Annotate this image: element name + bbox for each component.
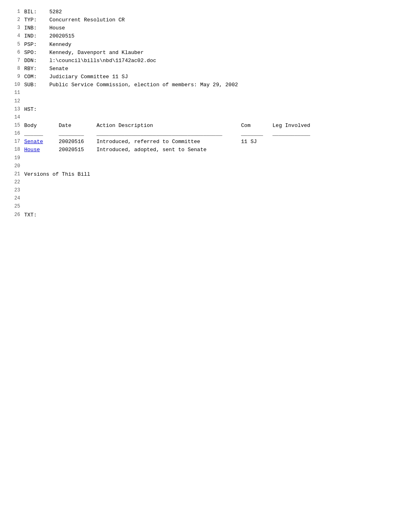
line-10: 10 SUB: Public Service Commission, elect… — [12, 81, 399, 89]
line-18: 18 House 20020515 Introduced, adopted, s… — [12, 146, 399, 154]
line-content-3: INB: House — [24, 24, 399, 32]
line-20: 20 — [12, 162, 399, 170]
line-25: 25 — [12, 203, 399, 211]
line-3: 3 INB: House — [12, 24, 399, 32]
table-separator: ______ ________ ________________________… — [24, 130, 399, 138]
line-num-17: 17 — [12, 138, 24, 146]
line-content-20 — [24, 162, 399, 170]
line-num-9: 9 — [12, 73, 24, 81]
line-num-6: 6 — [12, 49, 24, 57]
line-14: 14 — [12, 114, 399, 122]
line-26: 26 TXT: — [12, 211, 399, 219]
line-num-11: 11 — [12, 89, 24, 97]
house-link[interactable]: House — [24, 147, 40, 153]
line-content-22 — [24, 179, 399, 187]
line-content-9: COM: Judiciary Committee 11 SJ — [24, 73, 399, 81]
line-content-26: TXT: — [24, 211, 399, 219]
line-content-5: PSP: Kennedy — [24, 41, 399, 49]
line-num-21: 21 — [12, 170, 24, 179]
line-num-18: 18 — [12, 146, 24, 154]
line-19: 19 — [12, 154, 399, 162]
line-num-22: 22 — [12, 179, 24, 187]
line-1: 1 BIL: 5282 — [12, 8, 399, 16]
line-content-11 — [24, 89, 399, 97]
line-content-23 — [24, 187, 399, 195]
line-num-12: 12 — [12, 98, 24, 106]
line-8: 8 RBY: Senate — [12, 65, 399, 73]
line-num-8: 8 — [12, 65, 24, 73]
line-7: 7 DDN: l:\council\bills\nbd\11742ac02.do… — [12, 57, 399, 65]
line-num-14: 14 — [12, 114, 24, 122]
line-content-6: SPO: Kennedy, Davenport and Klauber — [24, 49, 399, 57]
line-2: 2 TYP: Concurrent Resolution CR — [12, 16, 399, 24]
line-content-24 — [24, 195, 399, 203]
line-13: 13 HST: — [12, 106, 399, 114]
line-num-26: 26 — [12, 211, 24, 219]
line-11: 11 — [12, 89, 399, 97]
line-21: 21 Versions of This Bill — [12, 170, 399, 179]
line-num-3: 3 — [12, 24, 24, 32]
line-22: 22 — [12, 179, 399, 187]
line-num-24: 24 — [12, 195, 24, 203]
line-num-16: 16 — [12, 130, 24, 138]
line-content-7: DDN: l:\council\bills\nbd\11742ac02.doc — [24, 57, 399, 65]
line-content-12 — [24, 98, 399, 106]
line-content-19 — [24, 154, 399, 162]
line-content-14 — [24, 114, 399, 122]
line-content-21: Versions of This Bill — [24, 170, 399, 179]
line-num-2: 2 — [12, 16, 24, 24]
line-17: 17 Senate 20020516 Introduced, referred … — [12, 138, 399, 146]
line-num-4: 4 — [12, 32, 24, 40]
line-12: 12 — [12, 98, 399, 106]
line-content-1: BIL: 5282 — [24, 8, 399, 16]
line-num-7: 7 — [12, 57, 24, 65]
line-num-23: 23 — [12, 187, 24, 195]
line-16: 16 ______ ________ _____________________… — [12, 130, 399, 138]
line-content-25 — [24, 203, 399, 211]
line-content-18: House 20020515 Introduced, adopted, sent… — [24, 146, 399, 154]
document-container: 1 BIL: 5282 2 TYP: Concurrent Resolution… — [12, 8, 399, 219]
line-num-1: 1 — [12, 8, 24, 16]
line-content-2: TYP: Concurrent Resolution CR — [24, 16, 399, 24]
line-num-10: 10 — [12, 81, 24, 89]
line-4: 4 IND: 20020515 — [12, 32, 399, 40]
line-num-19: 19 — [12, 154, 24, 162]
line-15: 15 Body Date Action Description Com Leg … — [12, 122, 399, 130]
line-content-8: RBY: Senate — [24, 65, 399, 73]
line-23: 23 — [12, 187, 399, 195]
line-5: 5 PSP: Kennedy — [12, 41, 399, 49]
line-24: 24 — [12, 195, 399, 203]
line-num-20: 20 — [12, 162, 24, 170]
line-6: 6 SPO: Kennedy, Davenport and Klauber — [12, 49, 399, 57]
line-num-25: 25 — [12, 203, 24, 211]
line-content-17: Senate 20020516 Introduced, referred to … — [24, 138, 399, 146]
table-header: Body Date Action Description Com Leg Inv… — [24, 122, 399, 130]
senate-link[interactable]: Senate — [24, 139, 43, 145]
line-9: 9 COM: Judiciary Committee 11 SJ — [12, 73, 399, 81]
line-content-4: IND: 20020515 — [24, 32, 399, 40]
line-num-15: 15 — [12, 122, 24, 130]
line-num-13: 13 — [12, 106, 24, 114]
line-content-13: HST: — [24, 106, 399, 114]
line-content-10: SUB: Public Service Commission, election… — [24, 81, 399, 89]
line-num-5: 5 — [12, 41, 24, 49]
